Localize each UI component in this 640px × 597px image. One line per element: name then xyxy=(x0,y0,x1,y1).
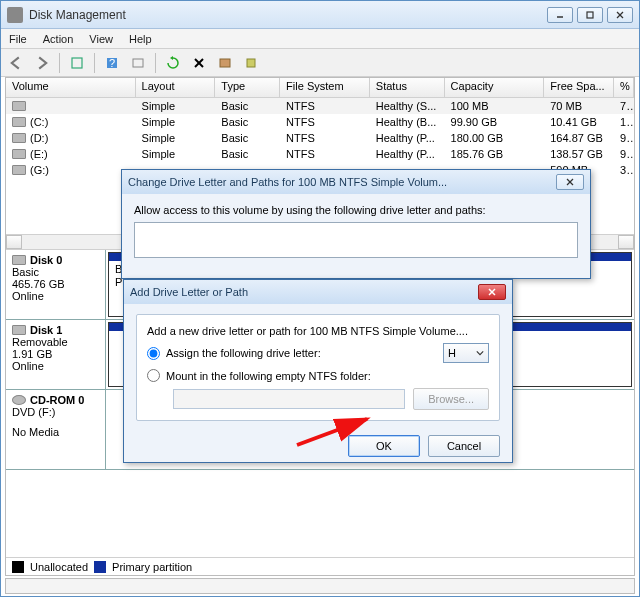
maximize-button[interactable] xyxy=(577,7,603,23)
menu-bar: File Action View Help xyxy=(1,29,639,49)
cdrom-info[interactable]: CD-ROM 0 DVD (F:) No Media xyxy=(6,390,106,469)
title-bar: Disk Management xyxy=(1,1,639,29)
svg-text:?: ? xyxy=(109,57,115,69)
svg-line-16 xyxy=(297,419,367,445)
forward-button[interactable] xyxy=(31,52,53,74)
volume-icon xyxy=(12,133,26,143)
app-icon xyxy=(7,7,23,23)
refresh-icon[interactable] xyxy=(162,52,184,74)
col-status[interactable]: Status xyxy=(370,78,445,97)
scroll-left-button[interactable] xyxy=(6,235,22,249)
volume-icon xyxy=(12,149,26,159)
volume-row[interactable]: SimpleBasicNTFSHealthy (S...100 MB70 MB7… xyxy=(6,98,634,114)
legend: Unallocated Primary partition xyxy=(6,557,634,575)
svg-rect-7 xyxy=(133,59,143,67)
volume-row[interactable]: (C:)SimpleBasicNTFSHealthy (B...99.90 GB… xyxy=(6,114,634,130)
delete-icon[interactable] xyxy=(188,52,210,74)
volume-row[interactable]: (D:)SimpleBasicNTFSHealthy (P...180.00 G… xyxy=(6,130,634,146)
assign-letter-radio[interactable] xyxy=(147,347,160,360)
dialog2-close-button[interactable] xyxy=(478,284,506,300)
col-volume[interactable]: Volume xyxy=(6,78,136,97)
legend-primary: Primary partition xyxy=(112,561,192,573)
toolbar-icon[interactable] xyxy=(127,52,149,74)
svg-rect-1 xyxy=(587,12,593,18)
dialog1-close-button[interactable] xyxy=(556,174,584,190)
app-title: Disk Management xyxy=(29,8,547,22)
status-bar xyxy=(5,578,635,594)
toolbar: ? xyxy=(1,49,639,77)
drive-letter-combo[interactable]: H xyxy=(443,343,489,363)
disk-icon xyxy=(12,325,26,335)
dialog2-intro: Add a new drive letter or path for 100 M… xyxy=(147,325,489,337)
dialog2-title: Add Drive Letter or Path xyxy=(130,286,478,298)
volume-list: SimpleBasicNTFSHealthy (S...100 MB70 MB7… xyxy=(6,98,634,178)
assign-letter-label: Assign the following drive letter: xyxy=(166,347,321,359)
browse-button: Browse... xyxy=(413,388,489,410)
cd-icon xyxy=(12,395,26,405)
volume-row[interactable]: (E:)SimpleBasicNTFSHealthy (P...185.76 G… xyxy=(6,146,634,162)
cancel-button[interactable]: Cancel xyxy=(428,435,500,457)
change-drive-letter-dialog: Change Drive Letter and Paths for 100 MB… xyxy=(121,169,591,279)
svg-rect-10 xyxy=(220,59,230,67)
legend-swatch-primary xyxy=(94,561,106,573)
legend-swatch-unallocated xyxy=(12,561,24,573)
dialog1-title: Change Drive Letter and Paths for 100 MB… xyxy=(128,176,556,188)
mount-path-input xyxy=(173,389,405,409)
close-button[interactable] xyxy=(607,7,633,23)
col-capacity[interactable]: Capacity xyxy=(445,78,545,97)
toolbar-icon[interactable] xyxy=(240,52,262,74)
col-percent[interactable]: % F xyxy=(614,78,634,97)
disk0-info[interactable]: Disk 0 Basic 465.76 GB Online xyxy=(6,250,106,319)
col-layout[interactable]: Layout xyxy=(136,78,216,97)
properties-icon[interactable] xyxy=(214,52,236,74)
dialog1-intro: Allow access to this volume by using the… xyxy=(134,204,578,216)
svg-rect-11 xyxy=(247,59,255,67)
scroll-right-button[interactable] xyxy=(618,235,634,249)
mount-folder-label: Mount in the following empty NTFS folder… xyxy=(166,370,371,382)
menu-help[interactable]: Help xyxy=(129,33,152,45)
disk1-info[interactable]: Disk 1 Removable 1.91 GB Online xyxy=(6,320,106,389)
annotation-arrow xyxy=(293,409,383,451)
svg-rect-4 xyxy=(72,58,82,68)
column-headers: Volume Layout Type File System Status Ca… xyxy=(6,78,634,98)
toolbar-icon[interactable] xyxy=(66,52,88,74)
volume-icon xyxy=(12,165,26,175)
col-type[interactable]: Type xyxy=(215,78,280,97)
volume-icon xyxy=(12,117,26,127)
main-window: Disk Management File Action View Help ? … xyxy=(0,0,640,597)
paths-listbox[interactable] xyxy=(134,222,578,258)
col-filesystem[interactable]: File System xyxy=(280,78,370,97)
volume-icon xyxy=(12,101,26,111)
back-button[interactable] xyxy=(5,52,27,74)
menu-file[interactable]: File xyxy=(9,33,27,45)
drive-letter-value: H xyxy=(448,347,456,359)
menu-action[interactable]: Action xyxy=(43,33,74,45)
menu-view[interactable]: View xyxy=(89,33,113,45)
col-free[interactable]: Free Spa... xyxy=(544,78,614,97)
legend-unallocated: Unallocated xyxy=(30,561,88,573)
minimize-button[interactable] xyxy=(547,7,573,23)
help-icon[interactable]: ? xyxy=(101,52,123,74)
mount-folder-radio[interactable] xyxy=(147,369,160,382)
disk-icon xyxy=(12,255,26,265)
chevron-down-icon xyxy=(476,349,484,357)
